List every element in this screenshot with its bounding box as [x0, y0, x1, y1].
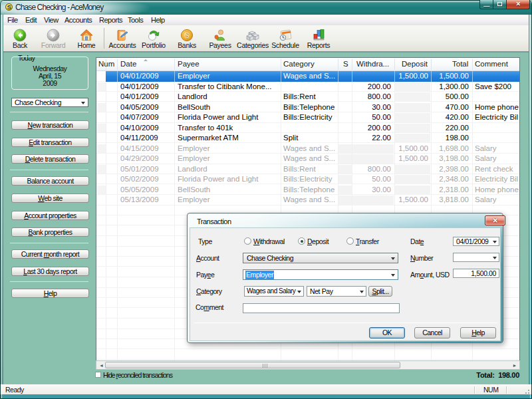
svg-text:$: $ — [185, 31, 189, 39]
